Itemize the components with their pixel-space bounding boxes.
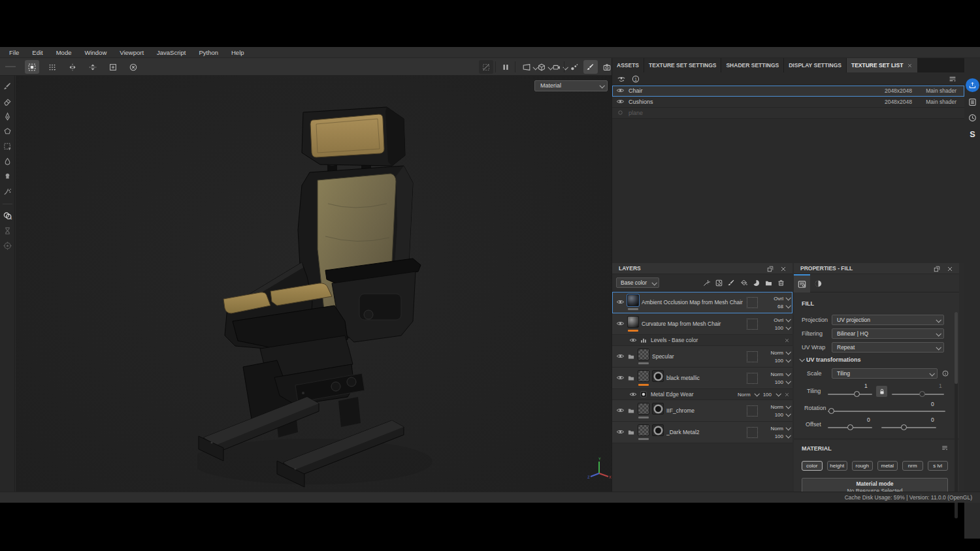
- rotation-slider[interactable]: [828, 411, 945, 412]
- texture-log-icon[interactable]: [968, 97, 977, 107]
- properties-tab-material-sphere[interactable]: [810, 274, 826, 292]
- layer-row[interactable]: IIF_chromeNorm100: [612, 400, 792, 422]
- chevron-down-icon[interactable]: [785, 296, 790, 301]
- eye-icon[interactable]: [616, 406, 625, 415]
- opacity-dropdown[interactable]: 100: [761, 412, 790, 418]
- layer-effect-row[interactable]: Metal Edge WearNorm100: [612, 389, 792, 400]
- layer-thumbnail[interactable]: [638, 349, 649, 364]
- display-mode-button[interactable]: [519, 60, 534, 74]
- uv-transformations-header[interactable]: UV transformations: [799, 356, 861, 363]
- toggle-all-visibility-icon[interactable]: [617, 74, 627, 84]
- mask-thumb[interactable]: [652, 370, 664, 382]
- projection-tool-icon[interactable]: [2, 111, 13, 122]
- mask-placeholder[interactable]: [747, 373, 758, 384]
- layer-row[interactable]: SpecularNorm100: [612, 346, 792, 368]
- tab-close-icon[interactable]: [907, 63, 913, 69]
- offset-x-slider[interactable]: [828, 427, 872, 428]
- offset-x-value[interactable]: 0: [867, 417, 870, 423]
- symmetry-vertical-button[interactable]: [86, 60, 100, 74]
- blend-mode-dropdown[interactable]: Norm: [761, 404, 790, 410]
- menu-edit[interactable]: Edit: [25, 47, 49, 58]
- layer-content-thumb[interactable]: [638, 370, 649, 382]
- symmetry-horizontal-button[interactable]: [65, 60, 80, 74]
- rotation-knob[interactable]: [828, 408, 834, 414]
- options-menu-icon[interactable]: [941, 444, 949, 452]
- eye-disabled-icon[interactable]: [616, 108, 625, 118]
- chevron-down-icon[interactable]: [785, 351, 790, 355]
- opacity-dropdown[interactable]: 100: [761, 325, 790, 331]
- layer-content-thumb[interactable]: [638, 349, 649, 360]
- tab-texture-set-list[interactable]: TEXTURE SET LIST: [847, 58, 917, 72]
- offset-y-slider[interactable]: [881, 427, 936, 428]
- polygon-fill-tool-icon[interactable]: [2, 126, 13, 137]
- particle-tool-icon[interactable]: [2, 186, 13, 197]
- add-fill-icon[interactable]: [740, 279, 749, 288]
- add-group-icon[interactable]: [764, 279, 774, 288]
- chevron-down-icon[interactable]: [785, 372, 790, 377]
- layer-thumbnail[interactable]: [638, 370, 649, 386]
- tiling-lock-button[interactable]: [876, 386, 887, 397]
- chevron-down-icon[interactable]: [785, 405, 790, 409]
- eye-icon[interactable]: [616, 86, 625, 95]
- tiling-x-knob[interactable]: [854, 391, 860, 397]
- add-fill-layer-icon[interactable]: [715, 279, 724, 288]
- close-icon[interactable]: [784, 338, 790, 343]
- opacity-dropdown[interactable]: 68: [761, 304, 790, 309]
- layer-thumbnail[interactable]: [627, 316, 639, 332]
- channel-button-nrm[interactable]: nrm: [902, 461, 923, 471]
- bake-tool-icon[interactable]: [2, 240, 13, 251]
- eye-icon[interactable]: [629, 390, 637, 398]
- uv-wrap-select[interactable]: Repeat: [832, 342, 944, 353]
- rotation-value[interactable]: 0: [931, 401, 934, 407]
- menu-mode[interactable]: Mode: [50, 47, 78, 58]
- properties-scrollbar[interactable]: [955, 312, 958, 518]
- opacity-dropdown[interactable]: 100: [761, 379, 790, 385]
- dot-grid-button[interactable]: [45, 60, 59, 74]
- texture-set-row-cushions[interactable]: Cushions2048x2048Main shader: [612, 97, 964, 108]
- tab-assets[interactable]: ASSETS: [612, 58, 644, 72]
- channel-button-height[interactable]: height: [827, 461, 848, 471]
- marquee-button[interactable]: [25, 60, 39, 74]
- viewport-3d[interactable]: Material Y X Z: [16, 76, 612, 492]
- opacity-dropdown[interactable]: 100: [763, 392, 772, 398]
- tiling-x-slider[interactable]: [828, 394, 872, 395]
- mask-placeholder[interactable]: [747, 427, 758, 438]
- channel-filter-dropdown[interactable]: Base color: [616, 277, 659, 288]
- texture-set-shader[interactable]: Main shader: [926, 87, 956, 94]
- layer-row[interactable]: black metallicNorm100: [612, 368, 792, 389]
- menu-help[interactable]: Help: [225, 47, 251, 58]
- channel-button-metal[interactable]: metal: [877, 461, 898, 471]
- opacity-dropdown[interactable]: 100: [761, 433, 790, 439]
- layer-mask-thumbnail[interactable]: [652, 424, 664, 440]
- chevron-down-icon[interactable]: [785, 326, 790, 330]
- chevron-down-icon[interactable]: [785, 358, 790, 363]
- layer-effect-row[interactable]: Levels - Base color: [612, 335, 792, 346]
- menu-javascript[interactable]: JavaScript: [150, 47, 192, 58]
- eye-icon[interactable]: [616, 352, 625, 361]
- eye-icon[interactable]: [616, 298, 625, 307]
- projection-select[interactable]: UV projection: [832, 315, 944, 325]
- layer-content-thumb[interactable]: [638, 424, 649, 436]
- substance-logo-icon[interactable]: S: [967, 129, 978, 140]
- blend-mode-dropdown[interactable]: Ovrl: [761, 317, 790, 323]
- chevron-down-icon[interactable]: [776, 392, 780, 397]
- chevron-down-icon[interactable]: [785, 318, 790, 323]
- chair-3d-model[interactable]: [197, 106, 459, 492]
- texture-set-row-plane[interactable]: plane: [612, 108, 964, 119]
- eye-icon[interactable]: [616, 373, 625, 383]
- channel-button-rough[interactable]: rough: [852, 461, 873, 471]
- chevron-down-icon[interactable]: [755, 392, 759, 397]
- export-button[interactable]: [966, 78, 979, 92]
- eye-icon[interactable]: [616, 97, 625, 106]
- camera-projection-button[interactable]: [549, 60, 564, 74]
- float-panel-icon[interactable]: [933, 265, 941, 273]
- add-effect-icon[interactable]: [702, 279, 711, 288]
- delete-layer-icon[interactable]: [777, 279, 786, 288]
- selection-tool-icon[interactable]: [2, 141, 13, 152]
- panel-collapse-handle[interactable]: [5, 66, 16, 67]
- offset-y-value[interactable]: 0: [931, 417, 934, 423]
- tiling-x-value[interactable]: 1: [864, 383, 868, 389]
- mask-placeholder[interactable]: [747, 351, 758, 362]
- menu-python[interactable]: Python: [192, 47, 225, 58]
- brush-tool-icon[interactable]: [2, 81, 13, 92]
